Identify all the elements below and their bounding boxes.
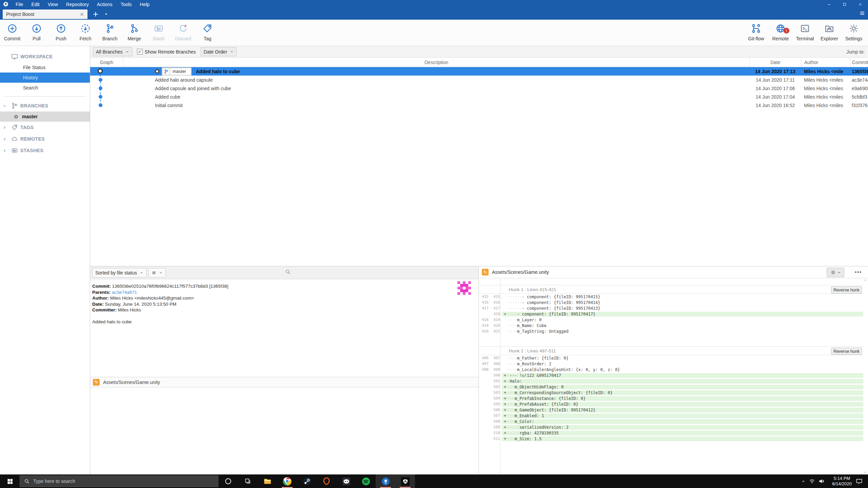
taskbar-discord-icon[interactable] (336, 474, 356, 488)
push-button[interactable]: Push (49, 22, 73, 43)
diff-line: 505+···m_PrefabAsset: {fileID: 0} (479, 401, 863, 407)
minimize-icon[interactable] (821, 0, 837, 9)
discard-button[interactable]: Discard (171, 22, 195, 43)
taskbar-steam-icon[interactable] (297, 474, 317, 488)
taskbar-chrome-icon[interactable] (277, 474, 297, 488)
close-icon[interactable] (852, 0, 868, 9)
reverse-hunk-button[interactable]: Reverse hunk (831, 348, 862, 355)
scroll-up-icon[interactable]: ⌃ (864, 279, 867, 284)
commit-row-5cfdbf3[interactable]: Added cube14 Jun 2020 17:04Miles Hicks <… (90, 93, 868, 101)
remote-button[interactable]: Remote! (768, 22, 793, 43)
commit-message-text: Added cube (155, 94, 180, 100)
search-icon[interactable] (285, 269, 291, 275)
show-remote-checkbox[interactable]: ✓ (137, 49, 143, 55)
commit-row-1365f38[interactable]: masterAdded halo to cube14 Jun 2020 17:1… (90, 67, 868, 76)
branches-header: BRANCHES (20, 103, 48, 108)
tab-list-caret-icon[interactable] (104, 12, 108, 17)
taskbar-cortana-icon[interactable] (218, 474, 238, 488)
diff-line: 416416······- component: {fileID: 995170… (479, 300, 863, 305)
menu-edit[interactable]: Edit (27, 2, 44, 7)
menu-repository[interactable]: Repository (62, 2, 93, 7)
git-flow-button[interactable]: Git-flow (744, 22, 768, 43)
commit-row-e9a690b[interactable]: Added capsule and joined with cube14 Jun… (90, 84, 868, 93)
menu-tools[interactable]: Tools (117, 2, 136, 7)
sidebar-item-search[interactable]: Search (0, 83, 90, 93)
sidebar-branch-master[interactable]: master (0, 111, 90, 122)
commit-row-ac3e74a[interactable]: Added halo around capsule14 Jun 2020 17:… (90, 76, 868, 84)
view-mode-dropdown[interactable] (149, 268, 166, 278)
cortana-icon (224, 477, 232, 485)
commit-button[interactable]: Commit (0, 22, 24, 43)
jump-to-label[interactable]: Jump to: (846, 49, 865, 55)
fetch-button[interactable]: Fetch (73, 22, 98, 43)
gitkraken-window: FileEditViewRepositoryActionsToolsHelp P… (0, 0, 868, 488)
menu-file[interactable]: File (12, 2, 27, 7)
stash-button[interactable]: Stash (146, 22, 171, 43)
branch-icon (105, 22, 115, 35)
diff-code: +···m_GameObject: {fileID: 995170412} (502, 408, 863, 412)
chevron-down-icon[interactable] (0, 104, 9, 108)
branch-filter-dropdown[interactable]: All Branches (93, 47, 132, 56)
commit-node-icon[interactable] (99, 103, 102, 107)
sidebar-section-remotes[interactable]: REMOTES (0, 133, 90, 145)
notification-center-icon[interactable] (856, 478, 863, 485)
sidebar-section-stashes[interactable]: STASHES (0, 145, 90, 156)
line-number-new: 498 (490, 362, 502, 366)
menu-view[interactable]: View (44, 2, 62, 7)
head-node-icon[interactable] (98, 68, 103, 74)
new-tab-icon[interactable] (92, 11, 99, 18)
tab-project-boost[interactable]: Project Boost (3, 9, 87, 19)
volume-icon[interactable] (818, 478, 825, 484)
tab-close-icon[interactable] (80, 12, 84, 17)
branches-section[interactable]: BRANCHES (0, 100, 90, 111)
taskbar-task-view-icon[interactable] (238, 474, 258, 488)
tray-chevron-up-icon[interactable] (801, 479, 806, 484)
tag-button[interactable]: Tag (195, 22, 220, 43)
taskbar-file-explorer-icon[interactable] (258, 474, 277, 488)
merge-button[interactable]: Merge (122, 22, 146, 43)
sidebar-item-file-status[interactable]: File Status (0, 62, 90, 73)
sidebar-item-history[interactable]: History (0, 73, 90, 83)
taskbar-search-input[interactable]: Type here to search (20, 475, 218, 487)
changed-file-row[interactable]: ✎ Assets/Scenes/Game.unity (90, 377, 478, 387)
explorer-button[interactable]: Explorer (817, 22, 842, 43)
terminal-button[interactable]: Terminal (793, 22, 817, 43)
reverse-hunk-button[interactable]: Reverse hunk (831, 286, 862, 293)
more-options-icon[interactable]: ••• (855, 268, 862, 277)
chevron-right-icon[interactable] (0, 137, 9, 141)
chevron-right-icon[interactable] (0, 125, 9, 130)
settings-button[interactable]: Settings (842, 22, 866, 43)
diff-code: +·--- !u!122 &995170417 (502, 373, 863, 378)
diff-options-dropdown[interactable] (827, 268, 844, 277)
start-button[interactable] (0, 474, 20, 488)
line-number-new: 417 (490, 306, 502, 310)
taskbar-unity-icon[interactable] (395, 474, 415, 488)
commit-node-icon[interactable] (99, 95, 102, 99)
branch-button[interactable]: Branch (98, 22, 122, 43)
branch-label-master[interactable]: master (162, 68, 191, 75)
explorer-icon (824, 22, 834, 35)
taskbar-clock[interactable]: 5:14 PM 6/14/2020 (832, 476, 852, 487)
file-sort-dropdown[interactable]: Sorted by file status (92, 268, 146, 278)
diff-sign: + (504, 379, 507, 384)
maximize-icon[interactable] (837, 0, 852, 9)
taskbar-gitkraken-icon[interactable] (376, 474, 395, 488)
commit-node-icon[interactable] (99, 86, 102, 90)
whitespace-dots: ······ (507, 300, 522, 305)
diff-code: +·Halo: (502, 379, 863, 384)
scroll-down-icon[interactable]: ⌄ (864, 469, 867, 474)
wifi-icon[interactable] (809, 478, 815, 484)
parent-sha-link[interactable]: ac3e74a671 (112, 290, 137, 295)
taskbar-origin-icon[interactable] (317, 474, 336, 488)
menu-help[interactable]: Help (136, 2, 154, 7)
sidebar-section-tags[interactable]: TAGS (0, 122, 90, 133)
menu-actions[interactable]: Actions (93, 2, 117, 7)
diff-code: ····m_Layer: 0 (502, 318, 863, 322)
taskbar-spotify-icon[interactable] (356, 474, 376, 488)
chevron-right-icon[interactable] (0, 148, 9, 153)
commit-row-f31f376[interactable]: Initial commit14 Jun 2020 16:52Miles Hic… (90, 101, 868, 109)
pull-button[interactable]: Pull (24, 22, 49, 43)
order-dropdown[interactable]: Date Order (201, 47, 237, 56)
app-menu-icon[interactable] (859, 10, 865, 16)
commit-node-icon[interactable] (99, 78, 102, 82)
